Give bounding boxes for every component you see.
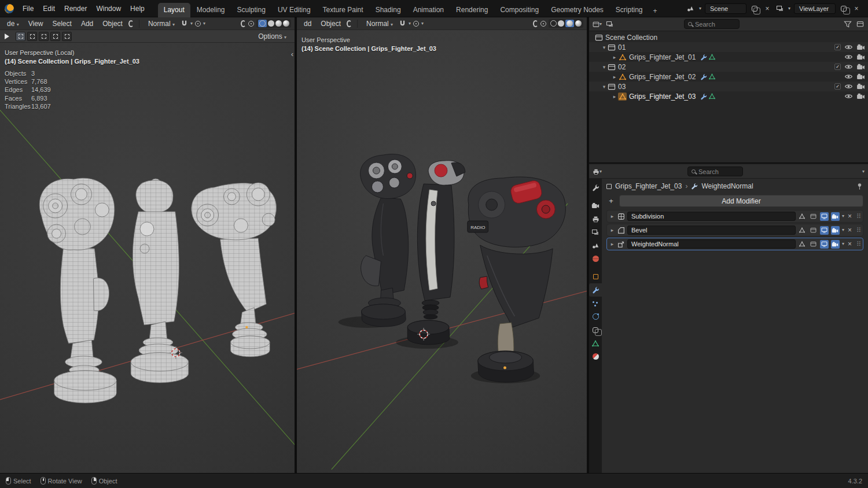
modifier-realtime-toggle[interactable] [820, 226, 829, 235]
mesh-data-badge-icon[interactable] [709, 93, 715, 99]
transform-orientation-dropdown[interactable]: Normal ▾ [363, 19, 396, 29]
tab-constraints[interactable] [589, 323, 602, 337]
modifier-name-field[interactable]: Subdivision [627, 212, 796, 221]
breadcrumb-object[interactable]: Grips_Fighter_Jet_03 [615, 182, 682, 190]
workspace-tab-modeling[interactable]: Modeling [191, 3, 231, 17]
transform-orientation-dropdown[interactable]: Normal ▾ [145, 19, 178, 29]
modifier-row-subdivision[interactable]: ▸ Subdivision ▾ × ⠿ [606, 210, 863, 223]
modifier-realtime-toggle[interactable] [820, 240, 829, 249]
filter-funnel-icon[interactable] [844, 21, 852, 28]
hide-eye-icon[interactable] [844, 83, 853, 90]
add-modifier-button[interactable]: Add Modifier [619, 195, 863, 207]
add-menu[interactable]: Add [78, 19, 97, 29]
expand-icon[interactable]: ▸ [609, 213, 615, 219]
delete-viewlayer-icon[interactable]: × [852, 4, 861, 13]
menu-window[interactable]: Window [92, 3, 125, 14]
shaded-grip-3[interactable]: RADIO [468, 177, 566, 382]
object-row-grips-02[interactable]: ▸ Grips_Fighter_Jet_02 [589, 72, 868, 82]
snap-dropdown-icon[interactable]: ▾ [409, 21, 411, 26]
modifier-name-field[interactable]: Bevel [627, 225, 796, 235]
menu-file[interactable]: File [19, 3, 38, 14]
tab-particles[interactable] [589, 297, 602, 310]
modifier-name-field[interactable]: WeightedNormal [627, 239, 796, 249]
modifier-badge-icon[interactable] [700, 73, 707, 80]
properties-search[interactable] [687, 167, 743, 176]
modifier-delete-button[interactable]: × [847, 226, 853, 234]
modifier-render-toggle[interactable] [831, 212, 840, 221]
workspace-tab-texture-paint[interactable]: Texture Paint [317, 3, 369, 17]
menu-help[interactable]: Help [126, 3, 149, 14]
object-menu[interactable]: Object [99, 19, 126, 29]
outliner-search-input[interactable] [695, 21, 735, 28]
mesh-data-badge-icon[interactable] [709, 54, 715, 60]
new-collection-icon[interactable] [855, 20, 865, 29]
hide-eye-icon[interactable] [844, 73, 853, 80]
modifier-oncage-toggle[interactable] [798, 212, 807, 221]
collection-row-01[interactable]: ▾ 01 ✓ [589, 42, 868, 52]
modifier-render-toggle[interactable] [831, 240, 840, 249]
select-mode-new-button[interactable] [16, 32, 25, 41]
viewlayer-dropdown-icon[interactable]: ▾ [788, 6, 790, 11]
pin-icon[interactable] [856, 183, 863, 190]
workspace-tab-sculpting[interactable]: Sculpting [231, 3, 271, 17]
new-scene-icon[interactable] [750, 4, 759, 13]
show-gizmo-icon[interactable] [533, 20, 538, 27]
viewlayer-icon[interactable] [775, 4, 785, 13]
proportional-editing-icon[interactable] [413, 21, 419, 27]
hide-eye-icon[interactable] [844, 54, 853, 60]
collection-checkbox[interactable]: ✓ [834, 83, 841, 90]
snap-magnet-icon[interactable] [399, 20, 406, 27]
view-menu[interactable]: View [25, 19, 47, 29]
outliner-display-mode-dropdown[interactable]: ▾ [593, 20, 602, 29]
tab-view-layer[interactable] [589, 225, 602, 239]
editor-type-dropdown[interactable]: ▾ [593, 167, 602, 176]
workspace-tab-animation[interactable]: Animation [407, 3, 450, 17]
disable-render-camera-icon[interactable] [856, 64, 865, 70]
shading-rendered-icon[interactable] [283, 20, 289, 27]
workspace-tab-geometry-nodes[interactable]: Geometry Nodes [545, 3, 609, 17]
shading-material-icon[interactable] [275, 20, 282, 27]
modifier-delete-button[interactable]: × [847, 240, 853, 248]
workspace-tab-layout[interactable]: Layout [158, 3, 190, 17]
shading-solid-icon[interactable] [558, 20, 564, 27]
object-menu[interactable]: Object [317, 19, 344, 29]
modifier-badge-icon[interactable] [700, 93, 707, 100]
properties-search-input[interactable] [698, 168, 739, 175]
modifier-row-bevel[interactable]: ▸ Bevel ▾ × ⠿ [606, 224, 863, 236]
viewport-left-canvas[interactable]: User Perspective (Local) (14) Scene Coll… [0, 43, 295, 473]
modifier-extras-dropdown[interactable]: ▾ [842, 214, 844, 219]
falloff-dropdown-icon[interactable]: ▾ [203, 21, 205, 26]
select-mode-invert-button[interactable] [50, 32, 60, 41]
modifier-badge-icon[interactable] [700, 54, 707, 61]
properties-options-icon[interactable]: ▾ [862, 169, 865, 174]
mode-transfer-icon[interactable] [347, 20, 352, 27]
hide-eye-icon[interactable] [844, 64, 853, 70]
workspace-tab-rendering[interactable]: Rendering [450, 3, 494, 17]
modifier-render-toggle[interactable] [831, 226, 840, 235]
overlays-icon[interactable] [248, 21, 254, 27]
workspace-tab-shading[interactable]: Shading [370, 3, 407, 17]
modifier-drag-handle[interactable]: ⠿ [855, 227, 860, 234]
sidebar-collapse-icon[interactable]: ‹ [291, 50, 293, 58]
disable-render-camera-icon[interactable] [856, 93, 865, 99]
modifier-oncage-toggle[interactable] [798, 226, 807, 235]
scene-dropdown-icon[interactable]: ▾ [699, 6, 701, 11]
tab-world[interactable] [589, 252, 602, 265]
outliner-search[interactable] [684, 19, 740, 29]
modifier-editmode-toggle[interactable] [809, 212, 818, 221]
select-mode-subtract-button[interactable] [39, 32, 49, 41]
tab-tool[interactable] [589, 181, 602, 194]
shading-solid-icon[interactable] [268, 20, 274, 27]
menu-render[interactable]: Render [60, 3, 91, 14]
collection-checkbox[interactable]: ✓ [834, 64, 841, 70]
expand-icon[interactable]: ▸ [609, 241, 615, 247]
tab-object-data[interactable] [589, 337, 602, 350]
snap-dropdown-icon[interactable]: ▾ [190, 21, 193, 26]
object-row-grips-03-active[interactable]: ▸ Grips_Fighter_Jet_03 [589, 91, 868, 101]
shaded-grip-1[interactable] [361, 154, 416, 327]
hide-eye-icon[interactable] [844, 93, 853, 99]
tab-material[interactable] [589, 350, 602, 363]
snap-magnet-icon[interactable] [181, 20, 188, 27]
select-mode-intersect-button[interactable] [62, 32, 72, 41]
viewlayer-name-field[interactable]: ViewLayer [794, 3, 836, 14]
